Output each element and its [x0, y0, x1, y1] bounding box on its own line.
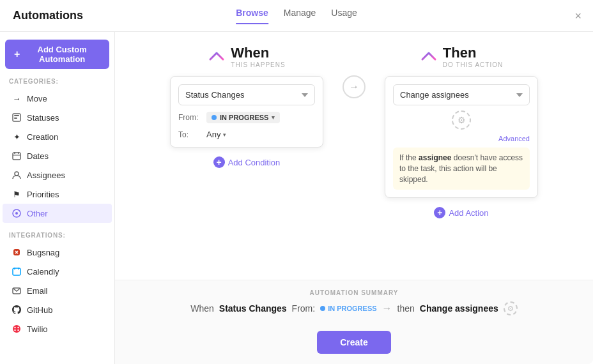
summary-when-text: When — [190, 303, 214, 314]
arrow-icon: → — [343, 75, 366, 98]
gear-icon: ⚙ — [452, 110, 471, 130]
svg-point-7 — [15, 172, 19, 176]
action-card-inner: ⚙ — [393, 110, 530, 130]
builder-flow: When THIS HAPPENS Status Changes Task Cr… — [128, 45, 580, 267]
svg-rect-1 — [14, 115, 19, 116]
sidebar-item-label: Email — [27, 286, 48, 296]
sidebar-item-email[interactable]: Email — [3, 281, 112, 300]
move-icon: → — [12, 93, 22, 103]
summary-status-change-text: Status Changes — [219, 303, 287, 314]
tab-browse[interactable]: Browse — [236, 8, 268, 24]
sidebar-item-label: GitHub — [27, 305, 52, 315]
sidebar-item-label: Priorities — [27, 190, 59, 199]
sidebar-item-statuses[interactable]: Statuses — [3, 108, 112, 127]
from-row: From: IN PROGRESS ▾ — [178, 112, 315, 123]
calendly-icon — [12, 266, 22, 277]
categories-label: CATEGORIES: — [0, 75, 114, 89]
summary-gear-icon: ⚙ — [504, 301, 518, 315]
when-subtitle: THIS HAPPENS — [231, 61, 285, 68]
add-condition-button[interactable]: + Add Condition — [213, 155, 281, 169]
assignees-icon — [12, 170, 22, 180]
warning-box: If the assignee doesn't have access to t… — [393, 148, 530, 190]
automation-builder: When THIS HAPPENS Status Changes Task Cr… — [115, 32, 593, 280]
add-custom-label: Add Custom Automation — [24, 45, 100, 64]
to-row: To: Any ▾ — [178, 130, 315, 139]
svg-point-18 — [14, 330, 15, 331]
email-icon — [12, 285, 22, 296]
then-subtitle: DO THIS ACTION — [443, 61, 503, 68]
sidebar-item-priorities[interactable]: ⚑ Priorities — [3, 185, 112, 204]
sidebar-item-calendly[interactable]: Calendly — [3, 262, 112, 281]
clickup-icon-then — [420, 48, 438, 66]
svg-point-9 — [15, 212, 18, 215]
sidebar: + Add Custom Automation CATEGORIES: → Mo… — [0, 32, 115, 364]
summary-status-dot — [320, 306, 325, 311]
when-title-group: When THIS HAPPENS — [231, 45, 285, 68]
then-title: Then — [443, 45, 477, 61]
svg-point-16 — [14, 327, 15, 328]
then-block: Then DO THIS ACTION Change assignees Cha… — [378, 45, 544, 220]
sidebar-item-label: Other — [27, 209, 48, 218]
sidebar-item-bugsnag[interactable]: Bugsnag — [3, 243, 112, 262]
create-button-row: Create — [115, 324, 593, 364]
summary-then-text: then — [397, 303, 415, 314]
svg-point-15 — [13, 325, 20, 333]
dates-icon — [12, 151, 22, 161]
sidebar-item-twilio[interactable]: Twilio — [3, 319, 112, 338]
priorities-icon: ⚑ — [12, 189, 22, 199]
other-icon — [12, 208, 22, 218]
summary-action-text: Change assignees — [420, 303, 498, 314]
summary-in-progress-text: IN PROGRESS — [328, 305, 376, 312]
sidebar-item-label: Move — [27, 94, 47, 103]
action-select[interactable]: Change assignees Change status Set prior… — [393, 84, 530, 105]
sidebar-item-github[interactable]: GitHub — [3, 300, 112, 319]
sidebar-item-move[interactable]: → Move — [3, 89, 112, 108]
chevron-down-icon: ▾ — [272, 114, 275, 121]
summary-from-text: From: — [292, 303, 316, 314]
add-custom-automation-button[interactable]: + Add Custom Automation — [5, 40, 109, 69]
summary-label: AUTOMATION SUMMARY — [128, 289, 580, 296]
action-card: Change assignees Change status Set prior… — [385, 76, 538, 198]
from-status-text: IN PROGRESS — [220, 114, 268, 121]
status-dot — [212, 115, 217, 120]
plus-icon: + — [14, 49, 20, 60]
create-button[interactable]: Create — [317, 331, 391, 354]
sidebar-item-label: Dates — [27, 151, 49, 161]
sidebar-item-label: Calendly — [27, 267, 59, 277]
twilio-icon — [12, 324, 22, 334]
summary-status-badge: IN PROGRESS — [320, 305, 376, 312]
sidebar-item-other[interactable]: Other — [3, 204, 112, 223]
sidebar-item-label: Creation — [27, 132, 58, 142]
github-icon — [12, 305, 22, 315]
statuses-icon — [12, 112, 22, 123]
modal-header: Automations Browse Manage Usage × — [0, 0, 593, 32]
modal-body: + Add Custom Automation CATEGORIES: → Mo… — [0, 32, 593, 364]
summary-row: When Status Changes From: IN PROGRESS → … — [128, 301, 580, 315]
add-action-button[interactable]: + Add Action — [434, 206, 488, 220]
add-action-label: Add Action — [449, 208, 488, 218]
to-label: To: — [178, 130, 201, 139]
integrations-label: INTEGRATIONS: — [0, 229, 114, 243]
plus-circle-icon: + — [213, 156, 225, 168]
when-title: When — [231, 45, 269, 61]
creation-icon: ✦ — [12, 132, 22, 142]
tab-usage[interactable]: Usage — [331, 8, 357, 24]
svg-rect-3 — [13, 153, 20, 160]
trigger-select[interactable]: Status Changes Task Created Due Date Pas… — [178, 84, 315, 105]
to-value-badge[interactable]: Any ▾ — [206, 130, 226, 139]
sidebar-item-creation[interactable]: ✦ Creation — [3, 127, 112, 146]
main-content: When THIS HAPPENS Status Changes Task Cr… — [115, 32, 593, 364]
sidebar-item-label: Bugsnag — [27, 248, 59, 257]
modal-tabs: Browse Manage Usage — [236, 8, 357, 24]
from-status-badge[interactable]: IN PROGRESS ▾ — [206, 112, 280, 123]
then-title-group: Then DO THIS ACTION — [443, 45, 503, 68]
advanced-link[interactable]: Advanced — [393, 135, 530, 142]
sidebar-item-dates[interactable]: Dates — [3, 146, 112, 165]
to-value-text: Any — [206, 130, 220, 139]
sidebar-item-assignees[interactable]: Assignees — [3, 165, 112, 185]
close-button[interactable]: × — [574, 9, 581, 22]
summary-arrow-icon: → — [382, 303, 392, 314]
tab-manage[interactable]: Manage — [284, 8, 316, 24]
svg-point-17 — [17, 327, 19, 328]
then-header: Then DO THIS ACTION — [420, 45, 503, 68]
